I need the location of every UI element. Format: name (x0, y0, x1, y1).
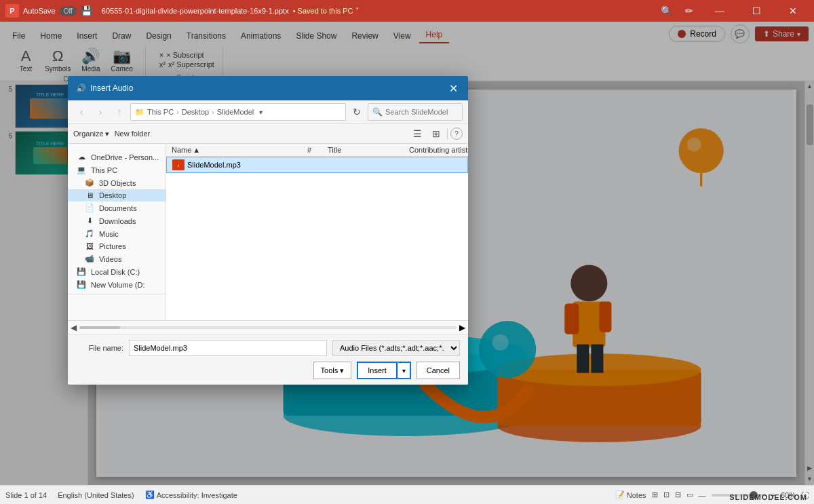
reading-view-icon[interactable]: ⊟ (675, 490, 681, 499)
slide-info: Slide 1 of 14 (5, 491, 47, 499)
breadcrumb-chevron[interactable]: ▾ (259, 109, 263, 116)
sidebar-item-desktop[interactable]: 🖥 Desktop (68, 189, 166, 201)
dialog-overlay: 🔊 Insert Audio ✕ ‹ › ↑ 📁 This PC › Deskt… (0, 22, 814, 485)
sidebar-label-pictures: Pictures (99, 242, 126, 250)
title-filename: 60555-01-digital-divide-powerpoint-templ… (102, 7, 289, 15)
h-scroll-track[interactable] (79, 326, 457, 329)
breadcrumb-this-pc[interactable]: This PC (147, 108, 174, 116)
file-row-slidemodel[interactable]: ♪ SlideModel.mp3 (166, 157, 468, 173)
sidebar-item-3dobjects[interactable]: 📦 3D Objects (68, 176, 166, 189)
dialog-title-text: Insert Audio (90, 83, 133, 93)
sidebar-item-music[interactable]: 🎵 Music (68, 227, 166, 240)
insert-button-group: Insert ▾ (357, 362, 411, 379)
newvolume-icon: 💾 (76, 280, 87, 289)
sidebar-item-thispc[interactable]: 💻 This PC (68, 163, 166, 176)
insert-audio-dialog: 🔊 Insert Audio ✕ ‹ › ↑ 📁 This PC › Deskt… (68, 76, 468, 385)
normal-view-icon[interactable]: ⊞ (652, 490, 658, 499)
organize-button[interactable]: Organize ▾ (73, 130, 109, 138)
filename-label: File name: (76, 344, 123, 352)
status-bar: Slide 1 of 14 English (United States) ♿ … (0, 485, 814, 504)
cancel-button[interactable]: Cancel (416, 362, 460, 379)
dialog-filelist: Name ▲ # Title Contributing artists Albu… (166, 144, 468, 320)
close-button[interactable]: ✕ (777, 0, 809, 22)
col-name[interactable]: Name ▲ (172, 146, 307, 154)
sidebar-item-newvolume[interactable]: 💾 New Volume (D: (68, 278, 166, 291)
notes-button[interactable]: 📝 Notes (615, 490, 646, 499)
maximize-button[interactable]: ☐ (741, 0, 772, 22)
col-artists[interactable]: Contributing artists (409, 146, 468, 154)
dialog-close-button[interactable]: ✕ (446, 81, 460, 95)
sidebar-label-newvolume: New Volume (D: (91, 281, 144, 289)
sidebar-label-3dobjects: 3D Objects (99, 179, 136, 187)
tools-chevron: ▾ (340, 366, 344, 375)
breadcrumb-slidemodel[interactable]: SlideModel (217, 108, 254, 116)
organize-chevron-icon: ▾ (105, 130, 109, 138)
breadcrumb-bar: 📁 This PC › Desktop › SlideModel ▾ (130, 103, 346, 121)
dialog-nav-toolbar: ‹ › ↑ 📁 This PC › Desktop › SlideModel ▾… (68, 100, 468, 124)
accessibility-icon: ♿ (145, 490, 155, 499)
desktop-icon: 🖥 (84, 191, 95, 199)
sidebar-label-music: Music (99, 230, 119, 238)
refresh-button[interactable]: ↻ (349, 104, 365, 120)
up-button[interactable]: ↑ (111, 104, 128, 120)
autosave-toggle[interactable]: Off (60, 6, 77, 16)
title-bar-left: P AutoSave Off 💾 60555-01-digital-divide… (5, 4, 653, 18)
mp3-icon: ♪ (172, 159, 185, 170)
sidebar-item-pictures[interactable]: 🖼 Pictures (68, 240, 166, 252)
filename-input[interactable] (129, 340, 327, 356)
videos-icon: 📹 (84, 254, 95, 263)
pictures-icon: 🖼 (84, 242, 95, 250)
insert-dropdown-arrow[interactable]: ▾ (398, 362, 411, 379)
breadcrumb-arrow-2: › (212, 108, 214, 116)
col-title[interactable]: Title (328, 146, 409, 154)
dialog-scroll-area: ◀ ▶ (68, 320, 468, 334)
back-button[interactable]: ‹ (73, 104, 90, 120)
scroll-left-icon[interactable]: ◀ (71, 323, 77, 332)
view-buttons: ☰ ⊞ ? (409, 126, 463, 141)
view-list-icon[interactable]: ☰ (409, 126, 425, 141)
scroll-right-icon[interactable]: ▶ (459, 323, 465, 332)
insert-button[interactable]: Insert (357, 362, 398, 379)
slide-sorter-icon[interactable]: ⊡ (663, 490, 670, 499)
sidebar-label-onedrive: OneDrive - Person... (91, 153, 159, 161)
search-input[interactable] (385, 108, 458, 116)
h-scroll-thumb (79, 326, 120, 329)
sidebar-item-onedrive[interactable]: ☁ OneDrive - Person... (68, 151, 166, 163)
documents-icon: 📄 (84, 203, 95, 212)
file-name: SlideModel.mp3 (187, 161, 241, 169)
sidebar-item-downloads[interactable]: ⬇ Downloads (68, 214, 166, 227)
view-details-icon[interactable]: ⊞ (428, 126, 444, 141)
search-box[interactable]: 🔍 (368, 103, 463, 121)
filetype-select[interactable]: Audio Files (*.adts;*.adt;*.aac;*. (332, 340, 460, 356)
autosave-label: AutoSave (23, 7, 56, 15)
watermark: SLIDEMODEL.COM (729, 493, 807, 501)
footer-row1: File name: Audio Files (*.adts;*.adt;*.a… (76, 340, 460, 356)
dialog-titlebar: 🔊 Insert Audio ✕ (68, 76, 468, 100)
minimize-button[interactable]: — (704, 0, 735, 22)
col-num[interactable]: # (307, 146, 328, 154)
sidebar-label-documents: Documents (99, 204, 137, 212)
divider (447, 128, 448, 139)
breadcrumb-desktop[interactable]: Desktop (182, 108, 209, 116)
forward-button[interactable]: › (92, 104, 109, 120)
presenter-view-icon[interactable]: ▭ (686, 490, 693, 499)
powerpoint-logo: P (5, 4, 19, 18)
sidebar-label-downloads: Downloads (99, 217, 136, 225)
language-label: English (United States) (58, 491, 134, 499)
accessibility-label[interactable]: ♿ Accessibility: Investigate (145, 490, 237, 499)
title-bar: P AutoSave Off 💾 60555-01-digital-divide… (0, 0, 814, 22)
file-icon-mp3: ♪ SlideModel.mp3 (172, 159, 308, 170)
help-button[interactable]: ? (450, 128, 463, 140)
pen-icon[interactable]: ✏ (680, 5, 699, 16)
new-folder-button[interactable]: New folder (115, 130, 151, 138)
music-icon: 🎵 (84, 229, 95, 238)
sidebar-item-localdisk[interactable]: 💾 Local Disk (C:) (68, 265, 166, 278)
tools-button[interactable]: Tools ▾ (313, 362, 352, 379)
sidebar-item-videos[interactable]: 📹 Videos (68, 252, 166, 265)
sidebar-item-documents[interactable]: 📄 Documents (68, 201, 166, 214)
save-icon[interactable]: 💾 (81, 5, 92, 16)
dialog-title: 🔊 Insert Audio (76, 83, 133, 93)
search-icon[interactable]: 🔍 (658, 3, 674, 19)
zoom-minus-icon[interactable]: — (699, 491, 706, 499)
filelist-header: Name ▲ # Title Contributing artists Albu… (166, 144, 468, 157)
